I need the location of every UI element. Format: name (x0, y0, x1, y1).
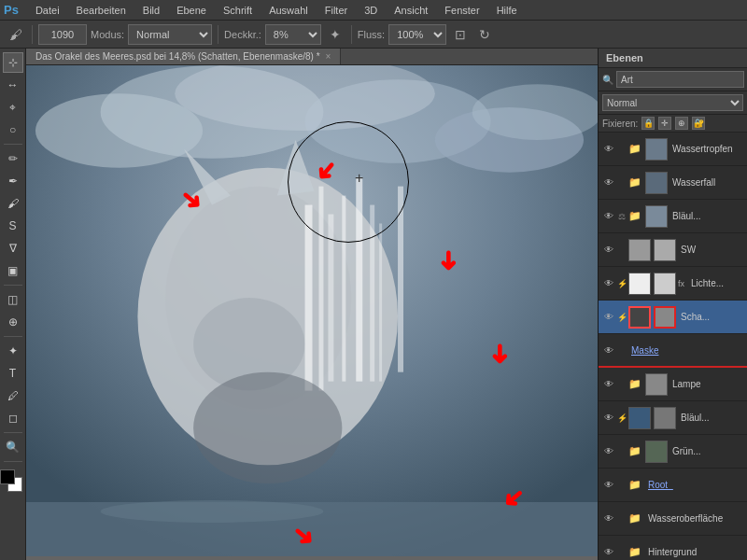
layer-6-eye[interactable]: 👁 (602, 311, 615, 324)
layer-7-eye[interactable]: 👁 (602, 343, 615, 357)
layer-2-link (617, 176, 627, 189)
menu-ebene[interactable]: Ebene (173, 3, 210, 18)
layer-6-thumb (628, 306, 651, 329)
tablet-pressure-btn[interactable]: ⊡ (450, 24, 471, 45)
tool-selection[interactable]: ↔ (3, 75, 23, 95)
layer-6-link: ⚡ (617, 311, 627, 324)
layer-5-thumb (628, 273, 651, 295)
menu-schrift[interactable]: Schrift (219, 3, 256, 18)
layer-11-folder-icon: 📁 (628, 479, 641, 491)
layer-1-eye[interactable]: 👁 (602, 143, 615, 156)
layer-row-5[interactable]: 👁 ⚡ fx Lichte... (599, 267, 747, 301)
menu-auswahl[interactable]: Auswahl (265, 3, 312, 18)
menu-fenster[interactable]: Fenster (441, 3, 483, 18)
tool-dodge[interactable]: ⊕ (3, 312, 23, 332)
foreground-color-box[interactable] (0, 469, 15, 484)
layer-12-eye[interactable]: 👁 (602, 512, 615, 525)
tool-path[interactable]: 🖊 (3, 385, 23, 406)
layer-row-1[interactable]: 👁 📁 Wassertropfen (599, 133, 747, 166)
layer-13-link (617, 546, 627, 559)
layer-row-2[interactable]: 👁 📁 Wasserfall (599, 166, 747, 200)
tool-pen[interactable]: ✦ (3, 341, 23, 361)
canvas-tab-bar: Das Orakel des Meeres.psd bei 14,8% (Sch… (26, 49, 598, 65)
airbrush-toggle-btn[interactable]: ✦ (325, 24, 345, 45)
color-swatch-area (0, 469, 26, 497)
canvas-tab-close[interactable]: × (326, 51, 331, 62)
layer-2-folder-icon: 📁 (628, 176, 641, 189)
flow-select[interactable]: 100% (388, 24, 446, 45)
layer-1-name: Wassertropfen (672, 144, 743, 154)
layer-row-4[interactable]: 👁 SW (599, 233, 747, 267)
layer-5-eye[interactable]: 👁 (602, 277, 615, 290)
tool-crop[interactable]: ○ (3, 119, 23, 140)
layer-mode-select[interactable]: Normal (602, 94, 743, 111)
layer-row-6[interactable]: 👁 ⚡ Scha... (599, 301, 747, 334)
layer-row-9[interactable]: 👁 ⚡ Bläul... (599, 401, 747, 435)
layers-mode-row: Normal (599, 91, 747, 115)
mode-select[interactable]: Normal (128, 24, 212, 45)
layer-row-8[interactable]: 👁 📁 Lampe (599, 368, 747, 401)
menu-filter[interactable]: Filter (321, 3, 351, 18)
layer-8-eye[interactable]: 👁 (602, 378, 615, 391)
svg-rect-17 (398, 187, 403, 372)
tool-zoom[interactable]: 🔍 (3, 437, 23, 457)
menu-bearbeiten[interactable]: Bearbeiten (73, 3, 130, 18)
menu-3d[interactable]: 3D (360, 3, 381, 18)
tool-shape[interactable]: ◻ (3, 408, 23, 428)
menu-ansicht[interactable]: Ansicht (390, 3, 431, 18)
layer-9-eye[interactable]: 👁 (602, 412, 615, 425)
layer-2-eye[interactable]: 👁 (602, 176, 615, 189)
svg-rect-15 (370, 205, 374, 382)
tool-eyedropper[interactable]: ✏ (3, 148, 23, 169)
layer-7-name: Maske (631, 345, 743, 356)
layer-10-eye[interactable]: 👁 (602, 445, 615, 458)
layer-13-eye[interactable]: 👁 (602, 546, 615, 559)
tool-eraser[interactable]: ▣ (3, 260, 23, 281)
tool-history[interactable]: ∇ (3, 238, 23, 259)
toolbar-separator-3 (351, 25, 352, 44)
tool-lasso[interactable]: ⌖ (3, 97, 23, 118)
tool-move[interactable]: ⊹ (3, 52, 23, 73)
canvas-tab-item[interactable]: Das Orakel des Meeres.psd bei 14,8% (Sch… (26, 49, 341, 64)
fix-icon-move[interactable]: ✛ (658, 117, 671, 130)
layer-3-thumb (645, 205, 668, 228)
layer-11-eye[interactable]: 👁 (602, 479, 615, 492)
tool-stamp[interactable]: S (3, 216, 23, 236)
tool-gradient[interactable]: ◫ (3, 289, 23, 310)
layer-6-mask (654, 306, 676, 329)
layer-row-12[interactable]: 👁 📁 Wasseroberfläche (599, 502, 747, 536)
menu-hilfe[interactable]: Hilfe (493, 3, 521, 18)
canvas-content[interactable]: + ➜ ➜ ➜ ➜ ➜ ➜ (26, 65, 598, 556)
layer-row-10[interactable]: 👁 📁 Grün... (599, 435, 747, 469)
layer-4-eye[interactable]: 👁 (602, 244, 615, 257)
brush-size-input[interactable] (38, 24, 87, 45)
layers-search-input[interactable] (616, 71, 744, 88)
tool-heal[interactable]: ✒ (3, 171, 23, 191)
opacity-label: Deckkr.: (224, 29, 261, 40)
ps-logo: Ps (4, 3, 19, 17)
layers-fixieren-row: Fixieren: 🔒 ✛ ⊕ 🔐 (599, 115, 747, 133)
layer-row-13[interactable]: 👁 📁 Hintergrund (599, 536, 747, 560)
menu-datei[interactable]: Datei (32, 3, 63, 18)
layer-8-link (617, 378, 627, 391)
brush-tool-btn[interactable]: 🖌 (6, 24, 26, 45)
menu-bild[interactable]: Bild (139, 3, 163, 18)
layer-2-thumb (645, 172, 668, 194)
rotate-btn[interactable]: ↻ (474, 24, 495, 45)
layer-5-name: Lichte... (691, 278, 743, 288)
layer-row-3[interactable]: 👁 ⚖ 📁 Bläul... (599, 200, 747, 233)
fix-icon-lock[interactable]: 🔒 (641, 117, 655, 130)
layer-row-11[interactable]: 👁 📁 Root_ (599, 469, 747, 502)
layer-3-folder-icon: 📁 (628, 210, 641, 222)
fix-icon-all[interactable]: 🔐 (692, 117, 705, 130)
tool-brush[interactable]: 🖌 (3, 193, 23, 214)
layer-row-7[interactable]: 👁 Maske (599, 334, 747, 368)
toolbar-separator-1 (32, 25, 33, 44)
fix-icon-art[interactable]: ⊕ (675, 117, 688, 130)
layer-3-eye[interactable]: 👁 (602, 210, 615, 223)
layer-6-name: Scha... (681, 312, 743, 322)
search-icon: 🔍 (602, 75, 613, 85)
opacity-select[interactable]: 8% (265, 24, 321, 45)
canvas-area: Das Orakel des Meeres.psd bei 14,8% (Sch… (26, 49, 598, 560)
tool-text[interactable]: T (3, 363, 23, 384)
